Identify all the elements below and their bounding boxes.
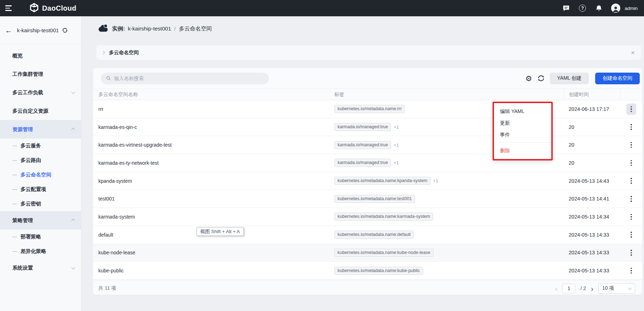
bell-icon[interactable] <box>595 4 603 12</box>
sidebar-item-overview[interactable]: 概览 <box>0 46 81 65</box>
label-more-count[interactable]: +1 <box>393 124 399 130</box>
next-page-icon[interactable]: › <box>591 285 593 292</box>
gear-icon[interactable]: ⚙ <box>525 75 532 82</box>
sidebar-item-deploy-policy[interactable]: 部署策略 <box>0 230 81 244</box>
dash-icon <box>12 175 17 175</box>
column-header-label: 标签 <box>329 91 564 98</box>
close-icon[interactable]: × <box>631 49 635 56</box>
dash-icon <box>12 189 17 190</box>
search-box[interactable] <box>101 73 269 84</box>
username[interactable]: admin <box>625 6 638 11</box>
namespace-name[interactable]: karmada-es-ty-network-test <box>93 160 329 166</box>
menu-item-delete[interactable]: 删除 <box>494 145 551 157</box>
daocloud-app: DaoCloud ? admin ← k-kairship-test001 <box>0 0 644 311</box>
user-avatar[interactable] <box>611 4 620 13</box>
sidebar-item-custom-resources[interactable]: 多云自定义资源 <box>0 102 81 120</box>
label-more-count[interactable]: +1 <box>433 178 438 183</box>
menu-item-events[interactable]: 事件 <box>494 129 551 141</box>
top-bar: DaoCloud ? admin <box>0 0 644 16</box>
switch-instance-icon[interactable] <box>62 27 68 33</box>
yaml-create-button[interactable]: YAML 创建 <box>550 73 589 84</box>
row-actions-kebab-icon[interactable] <box>626 175 636 187</box>
prev-page-icon[interactable]: ‹ <box>555 285 557 292</box>
sidebar-section-policy-mgmt[interactable]: 策略管理 <box>0 211 81 230</box>
column-header-name: 多云命名空间名称 <box>93 91 329 98</box>
topbar-actions: ? admin <box>562 4 644 13</box>
label-chip: karmada.io/managed:true <box>334 141 391 149</box>
row-actions-kebab-icon[interactable] <box>626 265 636 276</box>
breadcrumb-title: 多云命名空间 <box>109 50 139 56</box>
row-context-menu: 编辑 YAML 更新 事件 删除 <box>493 102 553 160</box>
back-arrow-icon[interactable]: ← <box>5 27 12 34</box>
namespace-name[interactable]: kpanda-system <box>93 178 329 184</box>
toolbar-actions: ⚙ YAML 创建 创建命名空间 <box>525 73 640 84</box>
namespace-name[interactable]: karmada-es-virtnest-upgrade-test <box>93 142 329 148</box>
created-time: 20 <box>564 142 620 148</box>
sidebar-item-services[interactable]: 多云服务 <box>0 138 81 153</box>
row-actions-kebab-icon[interactable] <box>626 247 636 258</box>
row-actions-kebab-icon[interactable] <box>626 103 636 115</box>
row-actions-kebab-icon[interactable] <box>626 211 636 222</box>
help-icon[interactable]: ? <box>579 4 586 12</box>
table-row[interactable]: kube-public kubernetes.io/metadata.name:… <box>93 262 642 280</box>
menu-item-edit-yaml[interactable]: 编辑 YAML <box>494 106 551 117</box>
sidebar-item-namespaces[interactable]: 多云命名空间 <box>0 168 81 182</box>
table-row[interactable]: default kubernetes.io/metadata.name:defa… <box>93 226 642 244</box>
namespace-name[interactable]: test001 <box>93 196 329 202</box>
table-row[interactable]: kube-node-lease kubernetes.io/metadata.n… <box>93 244 642 262</box>
namespace-name[interactable]: kube-public <box>93 268 329 273</box>
chevron-down-icon <box>71 90 75 94</box>
sidebar-section-resource-mgmt[interactable]: 资源管理 <box>0 120 81 138</box>
table-row[interactable]: rrr kubernetes.io/metadata.name:rrr 2024… <box>93 100 642 118</box>
column-header-actions <box>620 89 642 100</box>
menu-item-update[interactable]: 更新 <box>494 117 551 129</box>
brand-logo[interactable]: DaoCloud <box>29 3 76 14</box>
page-size-value: 10 项 <box>602 285 614 292</box>
table-row[interactable]: kpanda-system kubernetes.io/metadata.nam… <box>93 172 642 190</box>
row-actions-kebab-icon[interactable] <box>626 229 636 241</box>
row-actions-kebab-icon[interactable] <box>626 139 636 151</box>
instance-name[interactable]: k-kairship-test001 <box>128 26 171 32</box>
namespace-name[interactable]: karmada-system <box>93 214 329 220</box>
row-actions-kebab-icon[interactable] <box>626 193 636 204</box>
sidebar-item-diff-policy[interactable]: 差异化策略 <box>0 244 81 259</box>
sidebar-item-workloads[interactable]: 多云工作负载 <box>0 83 81 102</box>
create-namespace-button[interactable]: 创建命名空间 <box>595 73 640 84</box>
table-row[interactable]: karmada-es-qin-c karmada.io/managed:true… <box>93 118 642 136</box>
message-icon[interactable] <box>562 4 570 12</box>
brand-name: DaoCloud <box>42 4 76 12</box>
sidebar-item-cluster-mgmt[interactable]: 工作集群管理 <box>0 65 81 83</box>
page-number-input[interactable] <box>562 284 575 293</box>
label-chip: kubernetes.io/metadata.name:kube-node-le… <box>334 249 433 257</box>
table-row[interactable]: karmada-system kubernetes.io/metadata.na… <box>93 208 642 226</box>
instance-label: 实例: <box>112 25 125 33</box>
namespace-name[interactable]: karmada-es-qin-c <box>93 124 329 130</box>
sidebar-item-system-settings[interactable]: 系统设置 <box>0 259 81 277</box>
namespace-name[interactable]: rrr <box>93 106 329 112</box>
row-actions-kebab-icon[interactable] <box>626 121 636 133</box>
chevron-right-icon[interactable] <box>102 51 105 55</box>
page-size-select[interactable]: 10 项 <box>598 283 635 294</box>
hamburger-menu-icon[interactable] <box>5 3 16 13</box>
refresh-icon[interactable] <box>537 75 545 82</box>
sidebar-instance-name[interactable]: k-kairship-test001 <box>17 27 59 33</box>
table-row[interactable]: test001 kubernetes.io/metadata.name:test… <box>93 190 642 208</box>
dash-icon <box>12 160 17 161</box>
label-more-count[interactable]: +1 <box>393 142 399 148</box>
chevron-down-icon <box>71 265 75 269</box>
label-more-count[interactable]: +1 <box>393 160 399 165</box>
sidebar-item-secrets[interactable]: 多云密钥 <box>0 197 81 211</box>
row-actions-kebab-icon[interactable] <box>626 157 636 169</box>
table-row[interactable]: karmada-es-ty-network-test karmada.io/ma… <box>93 154 642 172</box>
namespace-name[interactable]: kube-node-lease <box>93 250 329 255</box>
label-chip: kubernetes.io/metadata.name:test001 <box>334 195 415 203</box>
created-time: 2024-05-13 14:43 <box>564 178 620 184</box>
page-total: / 2 <box>580 285 586 291</box>
sidebar-item-configmaps[interactable]: 多云配置项 <box>0 182 81 197</box>
namespace-list-card: ⚙ YAML 创建 创建命名空间 多云命名空间名称 标签 创建时间 rrr ku… <box>93 68 642 295</box>
table-row[interactable]: karmada-es-virtnest-upgrade-test karmada… <box>93 136 642 154</box>
search-input[interactable] <box>114 75 264 81</box>
chevron-up-icon <box>71 128 75 132</box>
total-count: 共 11 项 <box>98 285 116 292</box>
sidebar-item-routes[interactable]: 多云路由 <box>0 153 81 168</box>
